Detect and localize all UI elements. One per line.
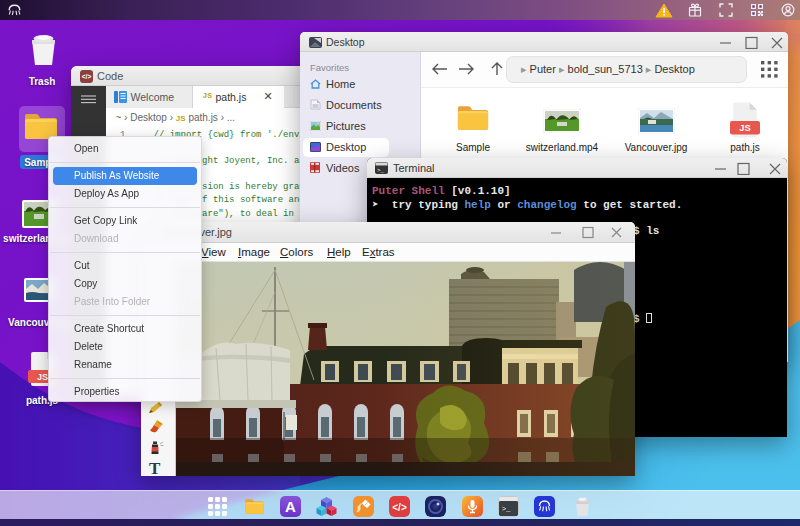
svg-text:</>: </> — [392, 502, 407, 513]
svg-text:>_: >_ — [502, 505, 511, 513]
svg-text:JS: JS — [739, 123, 750, 133]
svg-text:>_: >_ — [377, 167, 385, 174]
svg-text:</>: </> — [82, 73, 92, 80]
svg-text:JS: JS — [37, 372, 48, 382]
